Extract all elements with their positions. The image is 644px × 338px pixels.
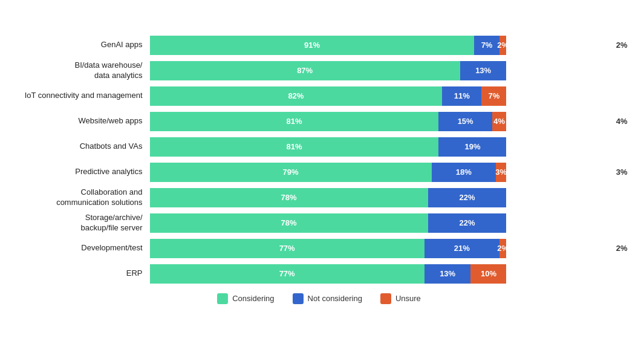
bar-unsure: 10% [470, 264, 506, 284]
bar-considering: 91% [150, 36, 475, 55]
row-bars: 79%18%3% [150, 163, 613, 182]
row-label: Storage/archive/backup/file server [11, 213, 150, 233]
bar-not-considering: 21% [424, 239, 499, 258]
considering-color [217, 293, 228, 304]
row-label: GenAI apps [11, 40, 150, 50]
bar-not-considering: 13% [424, 264, 471, 284]
chart-rows: GenAI apps91%7%2%2%BI/data warehouse/dat… [11, 34, 628, 285]
row-bars: 78%22% [150, 188, 628, 207]
row-label: Development/test [11, 243, 150, 253]
bar-considering: 78% [150, 188, 428, 207]
row-bars: 91%7%2% [150, 36, 613, 55]
chart-row: IoT connectivity and management82%11%7% [11, 85, 628, 107]
bar-unsure: 2% [499, 239, 507, 258]
unsure-label: Unsure [395, 294, 421, 303]
row-label: Chatbots and VAs [11, 141, 150, 152]
bar-considering: 77% [150, 264, 424, 284]
not-considering-label: Not considering [308, 294, 362, 303]
chart-row: BI/data warehouse/data analytics87%13% [11, 60, 628, 82]
legend-unsure: Unsure [380, 293, 421, 304]
bar-considering: 77% [150, 239, 424, 258]
row-bars: 77%13%10% [150, 264, 628, 284]
row-bars: 87%13% [150, 61, 628, 80]
row-label: IoT connectivity and management [11, 91, 150, 101]
chart-row: Predictive analytics79%18%3%3% [11, 161, 628, 183]
bar-not-considering: 13% [460, 61, 507, 80]
bar-not-considering: 15% [438, 112, 492, 131]
row-label: ERP [11, 268, 150, 279]
bar-considering: 87% [150, 61, 460, 80]
chart-row: Storage/archive/backup/file server78%22% [11, 212, 628, 234]
row-bars: 81%15%4% [150, 112, 613, 131]
bar-unsure: 7% [481, 86, 506, 106]
bar-unsure: 4% [492, 112, 507, 131]
after-label: 2% [616, 41, 628, 50]
row-label: Website/web apps [11, 116, 150, 126]
bar-considering: 78% [150, 213, 428, 233]
row-label: Collaboration andcommunication solutions [11, 187, 150, 208]
row-label: Predictive analytics [11, 167, 150, 177]
row-bars: 82%11%7% [150, 86, 628, 106]
bar-unsure: 2% [499, 36, 507, 55]
bar-considering: 81% [150, 112, 439, 131]
bar-considering: 82% [150, 86, 443, 106]
chart-row: Development/test77%21%2%2% [11, 238, 628, 259]
unsure-color [380, 293, 391, 304]
chart-row: Chatbots and VAs81%19% [11, 136, 628, 158]
chart-row: ERP77%13%10% [11, 263, 628, 285]
bar-considering: 79% [150, 163, 432, 182]
bar-not-considering: 22% [428, 188, 507, 207]
bar-not-considering: 7% [474, 36, 499, 55]
chart-container: GenAI apps91%7%2%2%BI/data warehouse/dat… [5, 22, 640, 316]
not-considering-color [293, 293, 304, 304]
bar-considering: 81% [150, 137, 439, 157]
after-label: 2% [616, 244, 628, 253]
bar-not-considering: 22% [428, 213, 507, 233]
considering-label: Considering [232, 294, 274, 303]
row-bars: 81%19% [150, 137, 628, 157]
row-bars: 78%22% [150, 213, 628, 233]
bar-not-considering: 19% [438, 137, 506, 157]
legend: Considering Not considering Unsure [11, 293, 628, 304]
after-label: 3% [616, 167, 628, 177]
chart-row: Collaboration andcommunication solutions… [11, 187, 628, 209]
bar-not-considering: 18% [432, 163, 496, 182]
bar-unsure: 3% [496, 163, 507, 182]
row-bars: 77%21%2% [150, 239, 613, 258]
row-label: BI/data warehouse/data analytics [11, 60, 150, 81]
legend-considering: Considering [217, 293, 274, 304]
bar-not-considering: 11% [442, 86, 481, 106]
chart-row: Website/web apps81%15%4%4% [11, 111, 628, 132]
chart-row: GenAI apps91%7%2%2% [11, 34, 628, 56]
legend-not-considering: Not considering [293, 293, 362, 304]
after-label: 4% [616, 117, 628, 126]
